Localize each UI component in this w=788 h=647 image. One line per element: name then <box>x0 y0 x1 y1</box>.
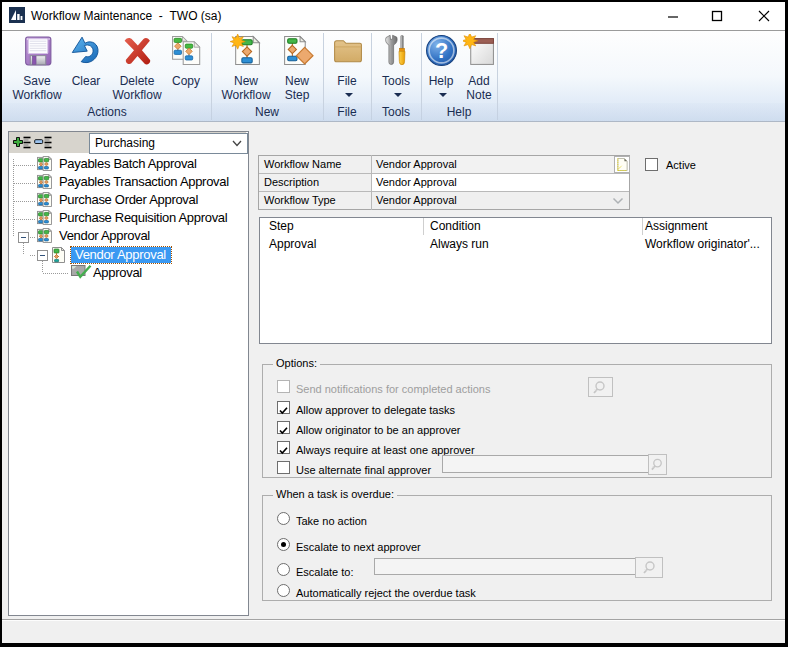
svg-text:?: ? <box>435 38 448 63</box>
